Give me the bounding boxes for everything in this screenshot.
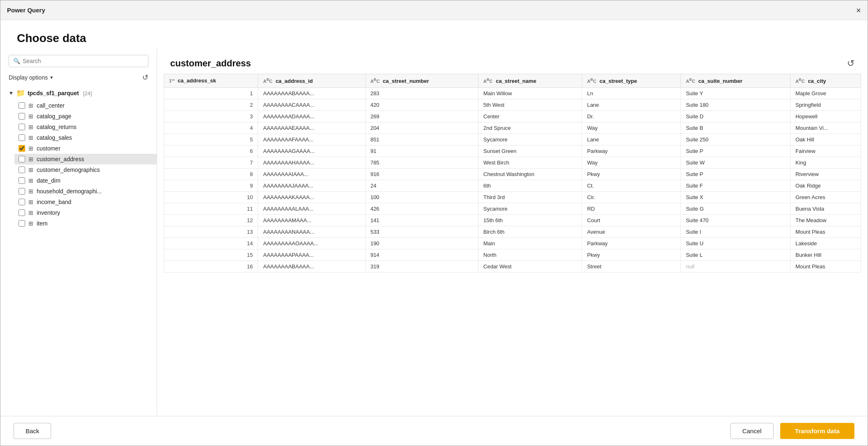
- table-cell: King: [790, 157, 861, 168]
- table-cell: Ln: [582, 87, 681, 99]
- table-cell: AAAAAAAANAAAA...: [258, 226, 365, 237]
- data-table: 1²³ ca_address_sk ABC ca_address_id ABC …: [164, 74, 861, 272]
- col-header-street-name[interactable]: ABC ca_street_name: [478, 74, 582, 88]
- col-type-icon: ABC: [263, 79, 272, 84]
- col-header-sk[interactable]: 1²³ ca_address_sk: [164, 74, 258, 88]
- table-icon: ⊞: [28, 124, 33, 130]
- search-input[interactable]: [23, 58, 144, 64]
- tree-item-checkbox[interactable]: [19, 124, 25, 130]
- search-box: 🔍: [9, 55, 148, 67]
- table-cell: AAAAAAAAAOAAAA...: [258, 237, 365, 249]
- table-cell: AAAAAAAABAAAA...: [258, 87, 365, 99]
- table-cell: 100: [365, 191, 478, 203]
- tree-item[interactable]: ⊞ catalog_sales: [14, 132, 157, 143]
- tree-item-label: item: [37, 220, 47, 227]
- table-cell: 533: [365, 226, 478, 237]
- table-row: 14AAAAAAAAAOAAAA...190MainParkwaySuite U…: [164, 237, 861, 249]
- tree-item-checkbox[interactable]: [19, 113, 25, 120]
- table-cell: AAAAAAAAJAAAA...: [258, 180, 365, 191]
- table-cell: AAAAAAAADAAAA...: [258, 110, 365, 122]
- table-icon: ⊞: [28, 113, 33, 120]
- table-cell: 16: [164, 261, 258, 272]
- table-cell: 14: [164, 237, 258, 249]
- data-table-container[interactable]: 1²³ ca_address_sk ABC ca_address_id ABC …: [157, 74, 868, 416]
- table-cell: AAAAAAAAMAAA...: [258, 214, 365, 226]
- table-row: 16AAAAAAAABAAAA...319Cedar WestStreetnul…: [164, 261, 861, 272]
- col-type-icon: 1²³: [169, 78, 174, 83]
- table-cell: Avenue: [582, 226, 681, 237]
- col-label: ca_street_name: [496, 78, 536, 84]
- col-header-city[interactable]: ABC ca_city: [790, 74, 861, 88]
- cancel-button[interactable]: Cancel: [730, 423, 774, 439]
- table-cell: Birch 6th: [478, 226, 582, 237]
- col-label: ca_city: [808, 78, 826, 84]
- tree-item[interactable]: ⊞ catalog_page: [14, 111, 157, 122]
- table-cell: 141: [365, 214, 478, 226]
- table-cell: RD: [582, 203, 681, 214]
- col-label: ca_street_number: [383, 78, 429, 84]
- tree-item-selected[interactable]: ⊞ customer_address: [14, 154, 157, 164]
- tree-item-checkbox[interactable]: [19, 156, 25, 162]
- table-cell: 4: [164, 122, 258, 134]
- tree-item-checkbox[interactable]: [19, 199, 25, 205]
- tree-item[interactable]: ⊞ inventory: [14, 207, 157, 218]
- tree-item-label: call_center: [37, 102, 65, 109]
- transform-data-button[interactable]: Transform data: [780, 423, 854, 439]
- tree-item-checkbox[interactable]: [19, 145, 25, 152]
- table-cell: 91: [365, 145, 478, 157]
- col-type-icon: ABC: [371, 79, 380, 84]
- table-cell: 6th: [478, 180, 582, 191]
- tree-item-label: customer_demographics: [37, 167, 100, 173]
- table-cell: 204: [365, 122, 478, 134]
- tree-item[interactable]: ⊞ catalog_returns: [14, 122, 157, 132]
- tree-item[interactable]: ⊞ income_band: [14, 197, 157, 207]
- table-cell: Lane: [582, 134, 681, 145]
- data-refresh-button[interactable]: ↺: [847, 58, 854, 69]
- tree-item-label: catalog_sales: [37, 134, 72, 141]
- col-header-id[interactable]: ABC ca_address_id: [258, 74, 365, 88]
- tree-item[interactable]: ⊞ customer: [14, 143, 157, 154]
- back-button[interactable]: Back: [14, 423, 51, 439]
- table-cell: Main Willow: [478, 87, 582, 99]
- tree-item-checkbox[interactable]: [19, 209, 25, 216]
- table-cell: Chestnut Washington: [478, 168, 582, 180]
- table-cell: 5th West: [478, 99, 582, 110]
- table-cell: 24: [365, 180, 478, 191]
- tree-folder[interactable]: ▼ 📁 tpcds_sf1_parquet [24]: [5, 86, 157, 100]
- tree-item-checkbox[interactable]: [19, 167, 25, 173]
- tree-item-checkbox[interactable]: [19, 220, 25, 227]
- table-cell: Center: [478, 110, 582, 122]
- table-cell: 319: [365, 261, 478, 272]
- refresh-icon[interactable]: ↺: [142, 73, 148, 82]
- tree-item-checkbox[interactable]: [19, 177, 25, 184]
- tree-item[interactable]: ⊞ item: [14, 218, 157, 229]
- tree-item[interactable]: ⊞ customer_demographics: [14, 164, 157, 175]
- tree-item-checkbox[interactable]: [19, 102, 25, 109]
- table-icon: ⊞: [28, 188, 33, 195]
- tree-area: ▼ 📁 tpcds_sf1_parquet [24] ⊞ call_center: [0, 86, 157, 416]
- tree-item-label: date_dim: [37, 177, 61, 184]
- tree-item-checkbox[interactable]: [19, 188, 25, 195]
- col-header-street-type[interactable]: ABC ca_street_type: [582, 74, 681, 88]
- close-button[interactable]: ×: [856, 6, 861, 14]
- table-cell: Way: [582, 157, 681, 168]
- table-row: 1AAAAAAAABAAAA...283Main WillowLnSuite Y…: [164, 87, 861, 99]
- tree-item[interactable]: ⊞ call_center: [14, 100, 157, 111]
- display-options[interactable]: Display options ▾ ↺: [0, 70, 157, 86]
- table-row: 4AAAAAAAAEAAAA...2042nd SpruceWaySuite B…: [164, 122, 861, 134]
- col-label: ca_street_type: [600, 78, 637, 84]
- col-header-suite[interactable]: ABC ca_suite_number: [681, 74, 791, 88]
- tree-item-checkbox[interactable]: [19, 134, 25, 141]
- display-options-label: Display options: [9, 74, 48, 81]
- table-cell: null: [681, 261, 791, 272]
- table-row: 13AAAAAAAANAAAA...533Birch 6thAvenueSuit…: [164, 226, 861, 237]
- tree-item[interactable]: ⊞ household_demographi...: [14, 186, 157, 197]
- search-area: 🔍: [0, 48, 157, 70]
- col-header-street-num[interactable]: ABC ca_street_number: [365, 74, 478, 88]
- table-icon: ⊞: [28, 156, 33, 162]
- table-cell: Mount Pleas: [790, 226, 861, 237]
- table-cell: AAAAAAAAALAAA...: [258, 203, 365, 214]
- tree-item[interactable]: ⊞ date_dim: [14, 175, 157, 186]
- table-cell: Parkway: [582, 145, 681, 157]
- tree-item-label: catalog_returns: [37, 124, 77, 130]
